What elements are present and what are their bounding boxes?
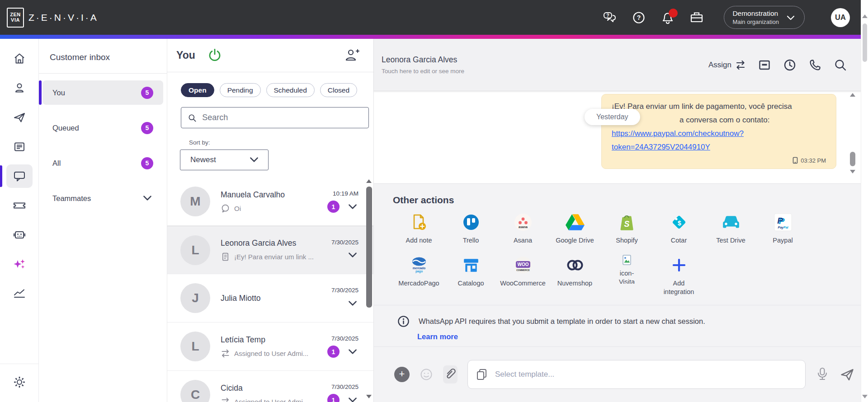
chevron-down-icon[interactable] bbox=[347, 249, 359, 261]
list-scrollbar[interactable] bbox=[366, 178, 372, 402]
tab-pending[interactable]: Pending bbox=[220, 83, 261, 97]
notifications-bell-icon[interactable] bbox=[660, 10, 675, 25]
organization-selector[interactable]: Demonstration Main organization bbox=[724, 6, 805, 29]
learn-more-link[interactable]: Learn more bbox=[417, 332, 458, 341]
user-avatar[interactable]: UA bbox=[831, 8, 850, 27]
home-icon bbox=[13, 52, 26, 65]
microphone-icon[interactable] bbox=[816, 367, 829, 382]
action-woocommerce[interactable]: WOOCOMMERCE WooCommerce bbox=[497, 255, 549, 296]
inbox-item-queued[interactable]: Queued 5 bbox=[42, 116, 163, 140]
action-mercadopago[interactable]: mercadopago MercadoPago bbox=[393, 255, 445, 296]
emoji-icon[interactable] bbox=[420, 368, 433, 381]
action-catalogo[interactable]: Catalogo bbox=[445, 255, 497, 296]
message-time: 03:32 PM bbox=[801, 157, 826, 164]
message-preview: Assigned to User Admi... bbox=[234, 350, 308, 357]
sidebar-item-contacts[interactable] bbox=[6, 76, 33, 100]
inbox-item-all[interactable]: All 5 bbox=[42, 151, 163, 175]
sidebar-item-ai[interactable] bbox=[6, 252, 33, 276]
sidebar-item-settings[interactable] bbox=[6, 370, 33, 394]
payment-link-line-2[interactable]: token=24A37295V2044910Y bbox=[612, 143, 710, 151]
action-asana[interactable]: asana Asana bbox=[497, 212, 549, 245]
sidebar-item-analytics[interactable] bbox=[6, 282, 33, 305]
template-copy-icon[interactable] bbox=[475, 368, 489, 381]
chat-support-icon[interactable]: ? bbox=[603, 10, 617, 25]
page-scrollbar[interactable] bbox=[861, 0, 868, 402]
send-icon[interactable] bbox=[839, 367, 855, 382]
contact-subtitle: Touch here to edit or see more bbox=[382, 68, 464, 75]
action-add-integration[interactable]: Add integration bbox=[653, 255, 705, 296]
notification-badge-dot bbox=[669, 9, 678, 18]
asana-icon: asana bbox=[514, 213, 532, 231]
chevron-down-icon bbox=[248, 154, 260, 166]
sidebar-item-chats[interactable] bbox=[6, 164, 33, 188]
scrollbar-thumb[interactable] bbox=[863, 23, 867, 62]
message-bubble: ¡Ey! Para enviar um link de pagamento, v… bbox=[601, 94, 836, 169]
contact-name: Leonora Garcia Alves bbox=[382, 55, 464, 65]
action-paypal[interactable]: PPPayPal Paypal bbox=[757, 212, 809, 245]
conversation-time: 7/30/2025 bbox=[331, 287, 359, 294]
history-button[interactable] bbox=[783, 58, 797, 72]
conversation-row[interactable]: M Manuela Carvalho Oi 10:19 AM 1 bbox=[167, 178, 373, 226]
action-add-note[interactable]: Add note bbox=[393, 212, 445, 245]
chevron-down-icon[interactable] bbox=[347, 394, 359, 402]
paperclip-icon bbox=[444, 367, 457, 382]
avatar: C bbox=[180, 380, 210, 402]
action-shopify[interactable]: S Shopify bbox=[601, 212, 653, 245]
conversation-row-selected[interactable]: L Leonora Garcia Alves ¡Ey! Para enviar … bbox=[167, 226, 373, 274]
chevron-down-icon[interactable] bbox=[347, 346, 359, 358]
tab-closed[interactable]: Closed bbox=[320, 83, 357, 97]
call-button[interactable] bbox=[808, 58, 822, 72]
sort-dropdown[interactable]: Newest bbox=[180, 150, 269, 170]
select-template-input[interactable] bbox=[495, 370, 798, 379]
notice-text: WhatsApp API requires that you submit a … bbox=[419, 317, 705, 326]
svg-text:?: ? bbox=[607, 13, 609, 18]
search-input[interactable] bbox=[202, 113, 362, 122]
scroll-down-arrow[interactable] bbox=[862, 395, 868, 398]
brand-gradient-bar bbox=[0, 35, 868, 39]
action-test-drive[interactable]: Test Drive bbox=[705, 212, 757, 245]
contact-header[interactable]: Leonora Garcia Alves Touch here to edit … bbox=[382, 55, 464, 75]
inbox-item-label: Queued bbox=[52, 124, 79, 132]
status-tabs: Open Pending Scheduled Closed bbox=[167, 72, 373, 97]
add-person-button[interactable] bbox=[344, 48, 360, 63]
attach-file-button[interactable] bbox=[443, 365, 458, 383]
conversation-time: 10:19 AM bbox=[333, 190, 359, 197]
conversation-row[interactable]: J Julia Miotto 7/30/2025 bbox=[167, 274, 373, 323]
organization-subtitle: Main organization bbox=[732, 19, 779, 25]
conversation-row[interactable]: C Cicida Assigned to User Admi... 7/30/2… bbox=[167, 371, 373, 402]
message-preview: ¡Ey! Para enviar um link ... bbox=[234, 253, 314, 261]
action-cotar[interactable]: $ Cotar bbox=[653, 212, 705, 245]
payment-link-line-1[interactable]: https://www.paypal.com/checkoutnow? bbox=[612, 129, 744, 138]
chevron-down-icon[interactable] bbox=[347, 298, 359, 309]
archive-button[interactable] bbox=[758, 58, 771, 72]
sidebar-item-broadcast[interactable] bbox=[6, 106, 33, 129]
assign-button[interactable]: Assign bbox=[708, 60, 746, 70]
chat-header: Leonora Garcia Alves Touch here to edit … bbox=[374, 39, 868, 91]
action-visita[interactable]: icon-Visita image bbox=[601, 255, 653, 284]
sidebar-item-home[interactable] bbox=[6, 47, 33, 70]
sidebar-item-bot[interactable] bbox=[6, 223, 33, 247]
inbox-item-teammates[interactable]: Teammates bbox=[42, 186, 163, 210]
scroll-up-arrow[interactable] bbox=[862, 14, 868, 18]
message-scrollbar[interactable] bbox=[849, 93, 856, 182]
workspace-briefcase-icon[interactable] bbox=[689, 10, 704, 25]
search-in-chat-button[interactable] bbox=[834, 58, 847, 72]
whatsapp-api-notice: WhatsApp API requires that you submit a … bbox=[374, 305, 868, 346]
help-icon[interactable]: ? bbox=[632, 10, 646, 25]
tab-open[interactable]: Open bbox=[181, 83, 214, 97]
chevron-down-icon[interactable] bbox=[347, 201, 359, 213]
action-google-drive[interactable]: Google Drive bbox=[549, 212, 601, 245]
conversation-row[interactable]: L Letícia Temp Assigned to User Admi... … bbox=[167, 323, 373, 371]
svg-text:S: S bbox=[624, 220, 629, 229]
zenvia-logo[interactable]: ZENVIA Z·E·N·V·I·A bbox=[7, 8, 99, 28]
availability-power-icon[interactable] bbox=[207, 48, 222, 63]
sidebar-item-tickets[interactable] bbox=[6, 194, 33, 217]
inbox-item-you[interactable]: You 5 bbox=[42, 80, 163, 105]
action-trello[interactable]: Trello bbox=[445, 212, 497, 245]
add-attachment-button[interactable]: + bbox=[394, 367, 410, 382]
action-nuvemshop[interactable]: Nuvemshop bbox=[549, 255, 601, 296]
sidebar-item-documents[interactable] bbox=[6, 135, 33, 159]
tab-scheduled[interactable]: Scheduled bbox=[266, 83, 315, 97]
section-title: Other actions bbox=[393, 195, 868, 206]
unread-badge: 1 bbox=[327, 201, 340, 213]
